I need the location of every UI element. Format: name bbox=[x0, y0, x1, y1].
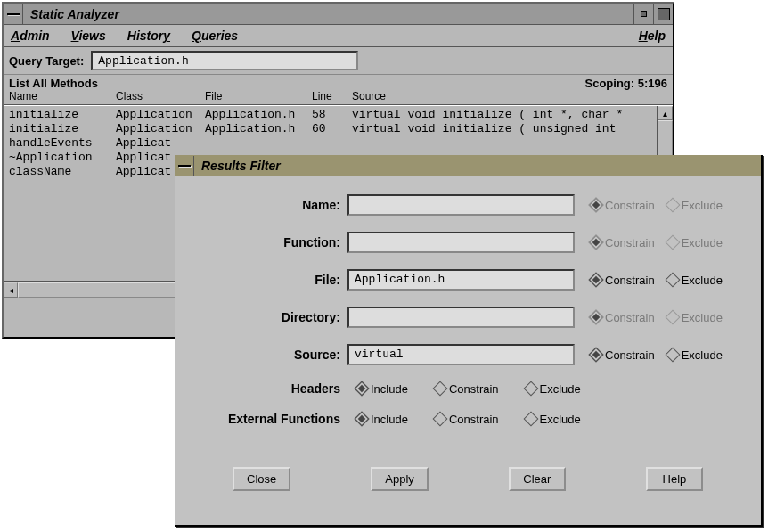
list-title: List All Methods bbox=[9, 77, 585, 90]
diamond-icon bbox=[665, 198, 680, 213]
name-constrain-radio[interactable]: Constrain bbox=[591, 199, 655, 212]
filter-label-name: Name: bbox=[196, 198, 347, 212]
function-constrain-radio[interactable]: Constrain bbox=[591, 236, 655, 250]
help-button[interactable]: Help bbox=[646, 467, 703, 491]
filter-input-name[interactable] bbox=[347, 194, 575, 216]
diamond-icon bbox=[432, 412, 447, 427]
function-exclude-radio[interactable]: Exclude bbox=[667, 236, 723, 250]
menu-history[interactable]: History bbox=[127, 29, 170, 43]
filter-row-headers: HeadersIncludeConstrainExclude bbox=[196, 381, 739, 396]
table-row[interactable]: handleEventsApplicat bbox=[9, 136, 667, 151]
diamond-icon bbox=[589, 198, 604, 213]
diamond-icon bbox=[665, 273, 680, 288]
cell-name: className bbox=[9, 165, 116, 179]
diamond-icon bbox=[665, 235, 680, 250]
filter-label-directory: Directory: bbox=[196, 310, 347, 324]
cell-source bbox=[352, 136, 667, 151]
col-class: Class bbox=[116, 90, 205, 102]
cell-name: handleEvents bbox=[9, 136, 116, 151]
list-header: List All Methods Scoping: 5:196 bbox=[4, 75, 673, 90]
cell-class: Application bbox=[116, 122, 205, 136]
dialog-form: Name:ConstrainExcludeFunction:ConstrainE… bbox=[175, 176, 761, 451]
cell-file bbox=[205, 136, 312, 151]
menu-queries[interactable]: Queries bbox=[192, 29, 238, 43]
table-row[interactable]: initializeApplicationApplication.h58virt… bbox=[9, 108, 667, 122]
filter-label-file: File: bbox=[196, 273, 347, 287]
diamond-icon bbox=[589, 273, 604, 288]
filter-input-file[interactable]: Application.h bbox=[347, 269, 575, 291]
maximize-icon[interactable] bbox=[653, 4, 673, 24]
col-line: Line bbox=[312, 90, 352, 102]
diamond-icon bbox=[523, 412, 538, 427]
externalfunctions-include-radio[interactable]: Include bbox=[356, 413, 408, 426]
diamond-icon bbox=[665, 310, 680, 325]
filter-label-function: Function: bbox=[196, 235, 347, 250]
externalfunctions-exclude-radio[interactable]: Exclude bbox=[526, 413, 581, 426]
cell-class: Application bbox=[116, 108, 205, 122]
diamond-icon bbox=[355, 381, 370, 397]
filter-row-source: Source:virtualConstrainExclude bbox=[196, 344, 739, 365]
clear-button[interactable]: Clear bbox=[509, 467, 566, 491]
menu-admin[interactable]: Admin bbox=[11, 29, 50, 43]
titlebar[interactable]: Static Analyzer bbox=[4, 4, 673, 25]
filter-row-file: File:Application.hConstrainExclude bbox=[196, 269, 739, 291]
diamond-icon bbox=[432, 381, 447, 397]
cell-file: Application.h bbox=[205, 108, 312, 122]
cell-line bbox=[312, 136, 352, 151]
filter-row-directory: Directory:ConstrainExclude bbox=[196, 307, 739, 328]
dialog-titlebar[interactable]: Results Filter bbox=[175, 155, 761, 176]
query-target-row: Query Target: Application.h bbox=[4, 47, 673, 75]
scoping-label: Scoping: 5:196 bbox=[585, 77, 667, 90]
directory-exclude-radio[interactable]: Exclude bbox=[667, 311, 723, 324]
file-exclude-radio[interactable]: Exclude bbox=[667, 274, 723, 287]
source-constrain-radio[interactable]: Constrain bbox=[591, 348, 655, 362]
diamond-icon bbox=[355, 412, 370, 427]
filter-row-function: Function:ConstrainExclude bbox=[196, 232, 739, 253]
column-headers: Name Class File Line Source bbox=[4, 90, 673, 105]
apply-button[interactable]: Apply bbox=[371, 467, 429, 491]
diamond-icon bbox=[523, 381, 538, 397]
cell-line: 58 bbox=[312, 108, 352, 122]
headers-include-radio[interactable]: Include bbox=[356, 382, 408, 396]
scroll-up-icon[interactable]: ▴ bbox=[658, 106, 673, 120]
scroll-left-icon[interactable]: ◂ bbox=[4, 282, 18, 298]
directory-constrain-radio[interactable]: Constrain bbox=[591, 311, 655, 324]
results-filter-dialog: Results Filter Name:ConstrainExcludeFunc… bbox=[175, 155, 763, 527]
window-menu-icon[interactable] bbox=[4, 4, 23, 24]
filter-input-function[interactable] bbox=[347, 232, 575, 253]
headers-constrain-radio[interactable]: Constrain bbox=[435, 382, 499, 396]
menu-help[interactable]: Help bbox=[639, 29, 666, 43]
minimize-icon[interactable] bbox=[633, 4, 653, 24]
cell-source: virtual void initialize ( unsigned int bbox=[352, 122, 667, 136]
col-name: Name bbox=[9, 90, 116, 102]
diamond-icon bbox=[665, 348, 680, 363]
cell-line: 60 bbox=[312, 122, 352, 136]
query-target-label: Query Target: bbox=[9, 54, 84, 68]
diamond-icon bbox=[589, 348, 604, 363]
cell-class: Applicat bbox=[116, 136, 205, 151]
filter-label-source: Source: bbox=[196, 348, 347, 362]
externalfunctions-constrain-radio[interactable]: Constrain bbox=[435, 413, 499, 426]
window-title: Static Analyzer bbox=[23, 7, 633, 21]
headers-exclude-radio[interactable]: Exclude bbox=[526, 382, 581, 396]
menu-views[interactable]: Views bbox=[71, 29, 106, 43]
externalfunctions-label: External Functions bbox=[196, 412, 347, 426]
col-source: Source bbox=[352, 90, 667, 102]
diamond-icon bbox=[589, 235, 604, 250]
filter-input-source[interactable]: virtual bbox=[347, 344, 575, 365]
file-constrain-radio[interactable]: Constrain bbox=[591, 274, 655, 287]
close-button[interactable]: Close bbox=[233, 467, 290, 491]
filter-row-name: Name:ConstrainExclude bbox=[196, 194, 739, 216]
menubar: Admin Views History Queries Help bbox=[4, 25, 673, 47]
dialog-title: Results Filter bbox=[194, 159, 761, 173]
cell-source: virtual void initialize ( int *, char * bbox=[352, 108, 667, 122]
filter-input-directory[interactable] bbox=[347, 307, 575, 328]
query-target-input[interactable]: Application.h bbox=[91, 51, 358, 70]
dialog-menu-icon[interactable] bbox=[175, 156, 194, 176]
name-exclude-radio[interactable]: Exclude bbox=[667, 199, 723, 212]
cell-name: initialize bbox=[9, 122, 116, 136]
source-exclude-radio[interactable]: Exclude bbox=[667, 348, 723, 362]
dialog-button-row: Close Apply Clear Help bbox=[175, 451, 761, 507]
filter-row-externalfunctions: External FunctionsIncludeConstrainExclud… bbox=[196, 412, 739, 426]
table-row[interactable]: initializeApplicationApplication.h60virt… bbox=[9, 122, 667, 136]
